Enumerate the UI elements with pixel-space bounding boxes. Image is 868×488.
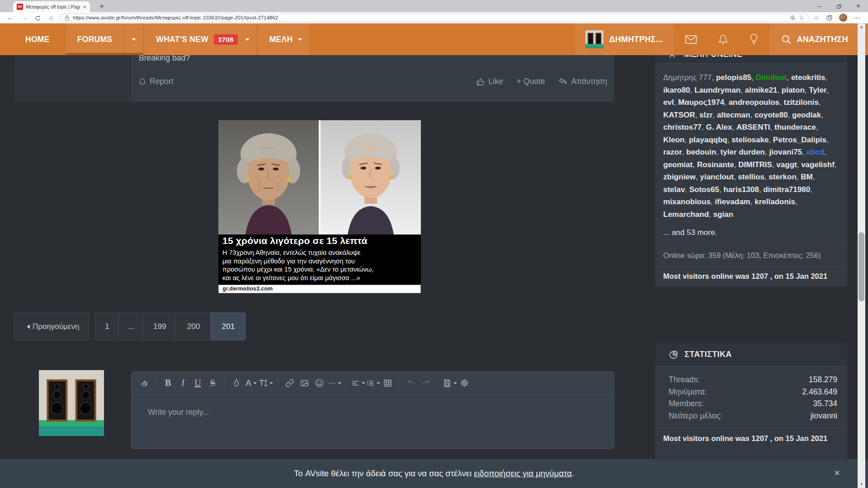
member-name[interactable]: evl xyxy=(663,98,674,107)
profile-avatar[interactable] xyxy=(839,14,847,22)
minimize-icon[interactable]: – xyxy=(810,0,829,12)
lock-icon[interactable] xyxy=(65,15,70,21)
quote-button[interactable]: + Quote xyxy=(517,77,545,86)
font-size-button[interactable]: T xyxy=(259,375,274,391)
add-favorite-icon[interactable]: ☆ xyxy=(799,14,805,21)
nav-members[interactable]: ΜΕΛΗ xyxy=(257,23,311,55)
favorites-bar-icon[interactable]: ☆ xyxy=(814,14,820,21)
font-family-button[interactable]: A xyxy=(244,375,259,391)
reply-button[interactable]: Απάντηση xyxy=(558,77,607,86)
pagination-prev-button[interactable]: Προηγούμενη xyxy=(14,313,90,340)
member-name[interactable]: ikaro80 xyxy=(663,86,690,94)
member-name[interactable]: steliosake xyxy=(731,136,769,144)
bell-icon[interactable] xyxy=(708,23,739,55)
member-name[interactable]: platon xyxy=(782,86,805,94)
member-name[interactable]: yianclout xyxy=(700,173,734,181)
nav-whats-new[interactable]: WHAT'S NEW 3708 xyxy=(144,23,257,55)
member-name[interactable]: Sotos65 xyxy=(689,185,719,194)
member-name[interactable]: thunderace xyxy=(774,123,816,131)
member-name[interactable]: stelav xyxy=(663,185,685,194)
nav-search[interactable]: ΑΝΑΖΗΤΗΣΗ xyxy=(769,23,868,55)
more-icon[interactable]: ··· xyxy=(854,14,861,21)
member-name[interactable]: altecman xyxy=(717,111,750,119)
more-options-button[interactable] xyxy=(327,375,342,391)
member-name[interactable]: slzr xyxy=(699,111,712,119)
pagination-ellipsis[interactable]: ... xyxy=(118,313,144,340)
home-icon[interactable]: ⌂ xyxy=(44,14,58,21)
member-name[interactable]: coyote80 xyxy=(755,111,788,119)
member-name[interactable]: Μαυρος1974 xyxy=(678,98,724,107)
list-button[interactable] xyxy=(365,375,380,391)
post-image[interactable]: 15 χρόνια λιγότερο σε 15 λεπτά Η 73χρονη… xyxy=(218,120,421,293)
scroll-up-icon[interactable]: ▲ xyxy=(858,23,865,31)
member-name[interactable]: stellios xyxy=(738,173,764,181)
member-name[interactable]: Kleon xyxy=(663,136,684,144)
member-name[interactable]: zbigniew xyxy=(663,173,696,181)
member-name[interactable]: tyler durden xyxy=(721,148,765,156)
url-input[interactable] xyxy=(73,15,787,20)
member-name[interactable]: krelladonis xyxy=(755,197,795,206)
member-name[interactable]: playaqqbq xyxy=(689,136,727,144)
member-name[interactable]: sgian xyxy=(713,210,733,219)
member-name[interactable]: Petros_Dalipis xyxy=(773,136,826,144)
chevron-down-icon[interactable] xyxy=(297,36,310,43)
member-name[interactable]: andreopoulos xyxy=(729,98,779,107)
member-name[interactable]: dimitra71980 xyxy=(763,185,810,194)
pagination-page-1[interactable]: 1 xyxy=(95,313,119,340)
member-name[interactable]: Tyler xyxy=(809,86,826,94)
member-name[interactable]: abcd xyxy=(807,148,825,156)
member-name[interactable]: geomiat xyxy=(663,160,693,169)
member-name[interactable]: sterkon xyxy=(769,173,796,181)
redo-icon[interactable] xyxy=(419,375,434,391)
member-name[interactable]: DIMITRIS xyxy=(738,160,772,169)
member-name[interactable]: razor xyxy=(663,148,682,156)
nav-home[interactable]: HOME xyxy=(0,23,65,55)
close-icon[interactable]: × xyxy=(849,0,868,12)
scroll-down-icon[interactable]: ▼ xyxy=(858,481,865,488)
tab-close-icon[interactable]: × xyxy=(83,4,86,10)
member-name[interactable]: jiovani75 xyxy=(769,148,802,156)
member-name[interactable]: geodiak xyxy=(792,111,821,119)
image-icon[interactable] xyxy=(297,375,312,391)
remove-format-icon[interactable] xyxy=(137,375,152,391)
zoom-icon[interactable] xyxy=(790,15,796,21)
nav-forums[interactable]: FORUMS xyxy=(65,23,144,55)
drafts-icon[interactable] xyxy=(442,375,457,391)
italic-button[interactable]: I xyxy=(175,375,190,391)
member-name[interactable]: BM xyxy=(801,173,812,181)
strikethrough-button[interactable]: S xyxy=(205,375,220,391)
mail-icon[interactable] xyxy=(675,23,708,55)
undo-icon[interactable] xyxy=(404,375,419,391)
member-name[interactable]: tzitzilonis xyxy=(783,98,818,107)
lightbulb-icon[interactable] xyxy=(739,23,769,55)
settings-gear-icon[interactable] xyxy=(457,375,472,391)
chevron-down-icon[interactable] xyxy=(124,36,143,43)
new-tab-icon[interactable]: + xyxy=(96,2,107,11)
forward-icon[interactable]: → xyxy=(17,14,31,21)
reply-input[interactable]: Write your reply... xyxy=(132,394,614,417)
alignment-button[interactable] xyxy=(350,375,365,391)
member-name[interactable]: eteokritis xyxy=(791,73,826,82)
member-name[interactable]: KATSOR xyxy=(663,111,695,119)
reply-user-avatar[interactable] xyxy=(39,370,104,436)
member-name[interactable]: christos77 xyxy=(663,123,702,131)
member-name[interactable]: Rosinante xyxy=(697,160,734,169)
bold-button[interactable]: B xyxy=(160,375,175,391)
underline-button[interactable]: U xyxy=(190,375,205,391)
member-name[interactable]: vaggt xyxy=(776,160,797,169)
member-name[interactable]: almike21 xyxy=(745,86,777,94)
text-color-icon[interactable] xyxy=(229,375,244,391)
member-name[interactable]: haris1308 xyxy=(723,185,759,194)
report-button[interactable]: Report xyxy=(139,77,174,86)
link-icon[interactable] xyxy=(282,375,297,391)
pagination-page-199[interactable]: 199 xyxy=(143,313,176,340)
member-name[interactable]: Lemarchand xyxy=(663,210,709,219)
scrollbar-thumb[interactable] xyxy=(859,232,864,301)
restore-icon[interactable] xyxy=(829,0,849,12)
refresh-icon[interactable] xyxy=(31,14,44,21)
member-name[interactable]: ifievadam xyxy=(715,197,750,206)
member-name[interactable]: ABSENTI xyxy=(736,123,770,131)
pagination-page-current[interactable]: 201 xyxy=(211,313,245,340)
browser-tab[interactable]: AV Μεταφορές off topic | Page 201 × xyxy=(13,1,90,12)
back-icon[interactable]: ← xyxy=(4,14,17,21)
